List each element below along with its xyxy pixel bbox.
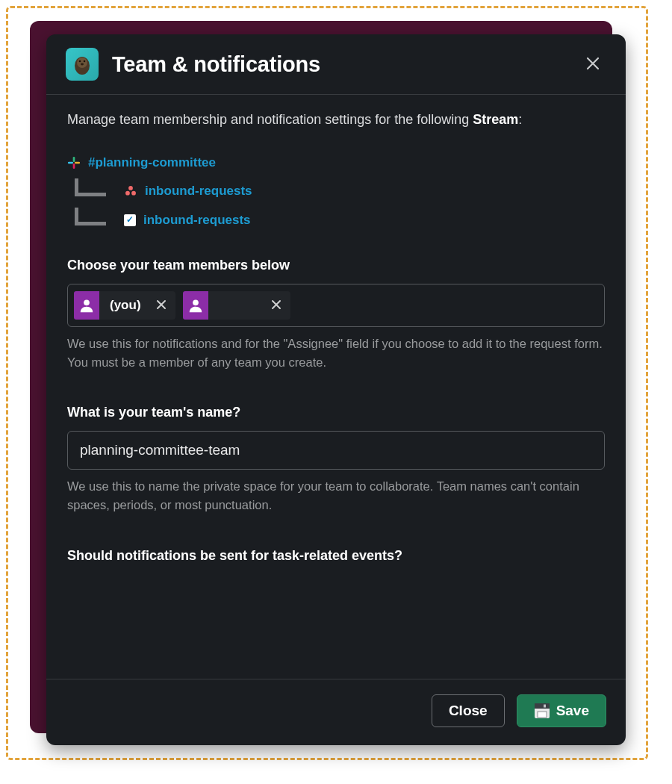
tree-connector-icon bbox=[75, 184, 113, 198]
close-button[interactable]: Close bbox=[432, 694, 505, 727]
svg-rect-8 bbox=[68, 162, 73, 164]
svg-rect-15 bbox=[535, 703, 550, 709]
svg-point-2 bbox=[79, 60, 81, 63]
trello-icon bbox=[124, 214, 136, 226]
stream-child-b: inbound-requests bbox=[67, 206, 605, 234]
avatar-icon bbox=[74, 291, 99, 320]
team-members-helper: We use this for notifications and for th… bbox=[67, 335, 605, 372]
svg-rect-7 bbox=[73, 164, 75, 169]
svg-point-3 bbox=[84, 60, 86, 63]
intro-suffix: : bbox=[518, 112, 522, 127]
member-chip bbox=[183, 291, 290, 320]
stream-root-link[interactable]: #planning-committee bbox=[88, 153, 216, 172]
member-chip-label: (you) bbox=[108, 296, 143, 315]
stream-root: #planning-committee bbox=[67, 149, 605, 177]
svg-rect-16 bbox=[538, 712, 547, 718]
team-members-label: Choose your team members below bbox=[67, 255, 605, 276]
app-otter-icon bbox=[66, 48, 99, 81]
stream-child-a: inbound-requests bbox=[67, 177, 605, 205]
svg-point-11 bbox=[131, 191, 136, 196]
dialog-body: Manage team membership and notification … bbox=[46, 95, 626, 679]
remove-chip-icon[interactable] bbox=[152, 299, 171, 312]
team-name-label: What is your team's name? bbox=[67, 402, 605, 423]
intro-text: Manage team membership and notification … bbox=[67, 110, 605, 131]
team-notifications-dialog: Team & notifications Manage team members… bbox=[46, 34, 626, 745]
svg-point-12 bbox=[84, 299, 90, 305]
team-name-helper: We use this to name the private space fo… bbox=[67, 477, 605, 514]
svg-point-4 bbox=[81, 63, 84, 66]
save-button-label: Save bbox=[556, 703, 589, 719]
dialog-footer: Close Save bbox=[46, 679, 626, 745]
slack-icon bbox=[67, 156, 81, 169]
close-button-label: Close bbox=[449, 703, 488, 719]
save-button[interactable]: Save bbox=[517, 694, 606, 727]
team-name-input[interactable] bbox=[67, 431, 605, 470]
svg-rect-17 bbox=[544, 705, 546, 708]
dialog-title: Team & notifications bbox=[112, 52, 579, 77]
svg-point-10 bbox=[125, 191, 130, 196]
avatar-icon bbox=[183, 291, 208, 320]
stream-child-b-link[interactable]: inbound-requests bbox=[143, 211, 251, 230]
asana-icon bbox=[124, 184, 137, 198]
intro-prefix: Manage team membership and notification … bbox=[67, 112, 473, 127]
svg-rect-5 bbox=[73, 157, 75, 162]
intro-bold: Stream bbox=[473, 112, 518, 127]
svg-point-1 bbox=[77, 57, 87, 68]
member-chip-you: (you) bbox=[74, 291, 175, 320]
tree-connector-icon bbox=[75, 214, 113, 227]
dialog-header: Team & notifications bbox=[46, 34, 626, 95]
notifications-label: Should notifications be sent for task-re… bbox=[67, 546, 605, 567]
svg-point-9 bbox=[128, 186, 133, 190]
svg-rect-6 bbox=[75, 162, 80, 164]
team-members-input[interactable]: (you) bbox=[67, 284, 605, 327]
remove-chip-icon[interactable] bbox=[267, 299, 286, 312]
stream-child-a-link[interactable]: inbound-requests bbox=[145, 181, 252, 201]
stream-list: #planning-committee inbound-requests inb… bbox=[67, 149, 605, 234]
floppy-disk-icon bbox=[534, 703, 550, 719]
svg-point-13 bbox=[193, 299, 199, 305]
close-icon[interactable] bbox=[579, 52, 606, 77]
